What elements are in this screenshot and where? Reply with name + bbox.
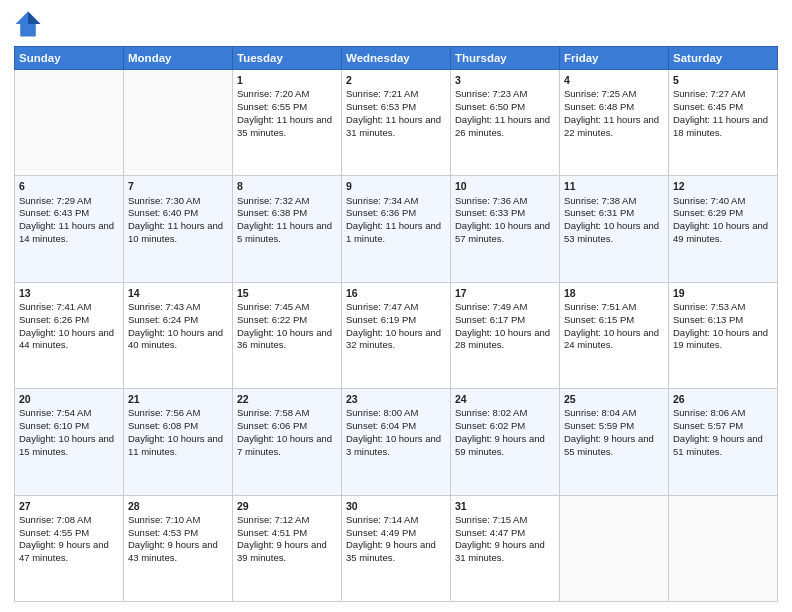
day-number: 28 — [128, 499, 228, 513]
calendar-week-row: 13Sunrise: 7:41 AMSunset: 6:26 PMDayligh… — [15, 282, 778, 388]
daylight-text: Daylight: 9 hours and 35 minutes. — [346, 539, 436, 563]
day-number: 30 — [346, 499, 446, 513]
day-number: 27 — [19, 499, 119, 513]
daylight-text: Daylight: 9 hours and 31 minutes. — [455, 539, 545, 563]
header-row: SundayMondayTuesdayWednesdayThursdayFrid… — [15, 47, 778, 70]
weekday-header: Sunday — [15, 47, 124, 70]
sunset-text: Sunset: 6:38 PM — [237, 207, 307, 218]
day-number: 21 — [128, 392, 228, 406]
day-number: 15 — [237, 286, 337, 300]
sunset-text: Sunset: 6:19 PM — [346, 314, 416, 325]
calendar-cell: 25Sunrise: 8:04 AMSunset: 5:59 PMDayligh… — [560, 389, 669, 495]
calendar-cell: 21Sunrise: 7:56 AMSunset: 6:08 PMDayligh… — [124, 389, 233, 495]
calendar-table: SundayMondayTuesdayWednesdayThursdayFrid… — [14, 46, 778, 602]
calendar-cell: 1Sunrise: 7:20 AMSunset: 6:55 PMDaylight… — [233, 70, 342, 176]
sunset-text: Sunset: 6:15 PM — [564, 314, 634, 325]
sunset-text: Sunset: 4:51 PM — [237, 527, 307, 538]
daylight-text: Daylight: 10 hours and 40 minutes. — [128, 327, 223, 351]
sunset-text: Sunset: 6:50 PM — [455, 101, 525, 112]
weekday-header: Thursday — [451, 47, 560, 70]
calendar-cell: 4Sunrise: 7:25 AMSunset: 6:48 PMDaylight… — [560, 70, 669, 176]
calendar-week-row: 1Sunrise: 7:20 AMSunset: 6:55 PMDaylight… — [15, 70, 778, 176]
sunrise-text: Sunrise: 7:23 AM — [455, 88, 527, 99]
sunrise-text: Sunrise: 7:41 AM — [19, 301, 91, 312]
calendar-week-row: 20Sunrise: 7:54 AMSunset: 6:10 PMDayligh… — [15, 389, 778, 495]
day-number: 25 — [564, 392, 664, 406]
day-number: 23 — [346, 392, 446, 406]
sunrise-text: Sunrise: 7:29 AM — [19, 195, 91, 206]
daylight-text: Daylight: 9 hours and 59 minutes. — [455, 433, 545, 457]
sunset-text: Sunset: 4:55 PM — [19, 527, 89, 538]
sunrise-text: Sunrise: 7:38 AM — [564, 195, 636, 206]
calendar-cell: 30Sunrise: 7:14 AMSunset: 4:49 PMDayligh… — [342, 495, 451, 601]
sunrise-text: Sunrise: 7:25 AM — [564, 88, 636, 99]
day-number: 17 — [455, 286, 555, 300]
sunset-text: Sunset: 6:17 PM — [455, 314, 525, 325]
daylight-text: Daylight: 11 hours and 14 minutes. — [19, 220, 114, 244]
daylight-text: Daylight: 11 hours and 18 minutes. — [673, 114, 768, 138]
calendar-cell: 8Sunrise: 7:32 AMSunset: 6:38 PMDaylight… — [233, 176, 342, 282]
day-number: 5 — [673, 73, 773, 87]
sunset-text: Sunset: 5:59 PM — [564, 420, 634, 431]
sunset-text: Sunset: 6:10 PM — [19, 420, 89, 431]
daylight-text: Daylight: 11 hours and 10 minutes. — [128, 220, 223, 244]
calendar-cell — [560, 495, 669, 601]
sunset-text: Sunset: 6:40 PM — [128, 207, 198, 218]
sunrise-text: Sunrise: 7:47 AM — [346, 301, 418, 312]
sunset-text: Sunset: 4:49 PM — [346, 527, 416, 538]
calendar-cell: 13Sunrise: 7:41 AMSunset: 6:26 PMDayligh… — [15, 282, 124, 388]
day-number: 3 — [455, 73, 555, 87]
day-number: 11 — [564, 179, 664, 193]
sunrise-text: Sunrise: 7:12 AM — [237, 514, 309, 525]
sunrise-text: Sunrise: 7:10 AM — [128, 514, 200, 525]
sunrise-text: Sunrise: 7:34 AM — [346, 195, 418, 206]
daylight-text: Daylight: 10 hours and 24 minutes. — [564, 327, 659, 351]
calendar-cell: 19Sunrise: 7:53 AMSunset: 6:13 PMDayligh… — [669, 282, 778, 388]
day-number: 13 — [19, 286, 119, 300]
day-number: 8 — [237, 179, 337, 193]
weekday-header: Saturday — [669, 47, 778, 70]
daylight-text: Daylight: 10 hours and 28 minutes. — [455, 327, 550, 351]
calendar-cell — [15, 70, 124, 176]
sunset-text: Sunset: 6:36 PM — [346, 207, 416, 218]
svg-marker-1 — [28, 12, 40, 24]
daylight-text: Daylight: 9 hours and 51 minutes. — [673, 433, 763, 457]
daylight-text: Daylight: 10 hours and 44 minutes. — [19, 327, 114, 351]
sunrise-text: Sunrise: 7:40 AM — [673, 195, 745, 206]
sunset-text: Sunset: 6:02 PM — [455, 420, 525, 431]
calendar-cell: 26Sunrise: 8:06 AMSunset: 5:57 PMDayligh… — [669, 389, 778, 495]
sunset-text: Sunset: 6:22 PM — [237, 314, 307, 325]
calendar-cell — [669, 495, 778, 601]
day-number: 20 — [19, 392, 119, 406]
calendar-cell: 22Sunrise: 7:58 AMSunset: 6:06 PMDayligh… — [233, 389, 342, 495]
sunrise-text: Sunrise: 7:51 AM — [564, 301, 636, 312]
calendar-cell: 20Sunrise: 7:54 AMSunset: 6:10 PMDayligh… — [15, 389, 124, 495]
sunset-text: Sunset: 6:29 PM — [673, 207, 743, 218]
sunset-text: Sunset: 6:43 PM — [19, 207, 89, 218]
day-number: 19 — [673, 286, 773, 300]
weekday-header: Tuesday — [233, 47, 342, 70]
day-number: 22 — [237, 392, 337, 406]
sunset-text: Sunset: 6:31 PM — [564, 207, 634, 218]
day-number: 31 — [455, 499, 555, 513]
sunset-text: Sunset: 6:48 PM — [564, 101, 634, 112]
day-number: 29 — [237, 499, 337, 513]
sunrise-text: Sunrise: 7:27 AM — [673, 88, 745, 99]
sunrise-text: Sunrise: 7:21 AM — [346, 88, 418, 99]
calendar-cell: 29Sunrise: 7:12 AMSunset: 4:51 PMDayligh… — [233, 495, 342, 601]
daylight-text: Daylight: 10 hours and 3 minutes. — [346, 433, 441, 457]
sunset-text: Sunset: 6:06 PM — [237, 420, 307, 431]
logo — [14, 10, 46, 38]
daylight-text: Daylight: 10 hours and 53 minutes. — [564, 220, 659, 244]
day-number: 10 — [455, 179, 555, 193]
logo-icon — [14, 10, 42, 38]
day-number: 6 — [19, 179, 119, 193]
calendar-cell: 14Sunrise: 7:43 AMSunset: 6:24 PMDayligh… — [124, 282, 233, 388]
sunrise-text: Sunrise: 7:32 AM — [237, 195, 309, 206]
calendar-cell: 15Sunrise: 7:45 AMSunset: 6:22 PMDayligh… — [233, 282, 342, 388]
day-number: 7 — [128, 179, 228, 193]
sunrise-text: Sunrise: 7:45 AM — [237, 301, 309, 312]
calendar-week-row: 27Sunrise: 7:08 AMSunset: 4:55 PMDayligh… — [15, 495, 778, 601]
calendar-cell: 28Sunrise: 7:10 AMSunset: 4:53 PMDayligh… — [124, 495, 233, 601]
day-number: 18 — [564, 286, 664, 300]
